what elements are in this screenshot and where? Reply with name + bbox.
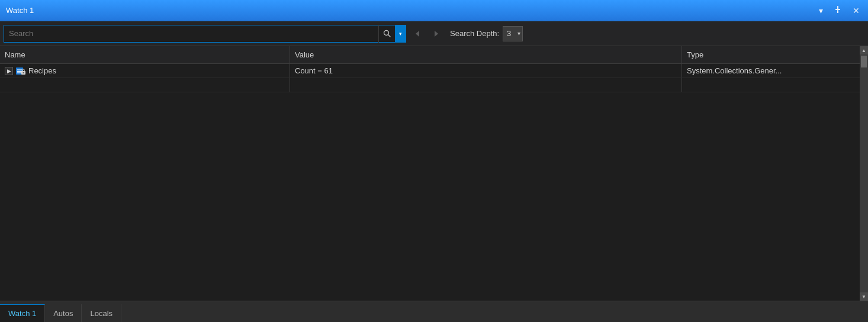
column-header-name: Name xyxy=(0,46,290,63)
row-type-recipes: System.Collections.Gener... xyxy=(682,64,860,78)
empty-name-cell xyxy=(0,78,290,92)
tab-autos-label: Autos xyxy=(53,309,73,318)
search-input[interactable] xyxy=(4,25,378,42)
column-header-type: Type xyxy=(682,46,860,63)
row-name-recipes: ▶ Recipes xyxy=(0,64,290,78)
toolbar: ▾ Search Depth: 1 2 3 4 5 xyxy=(0,21,868,46)
svg-marker-6 xyxy=(435,31,438,37)
tab-locals-label: Locals xyxy=(90,309,112,318)
search-dropdown-button[interactable]: ▾ xyxy=(395,25,406,43)
tab-watch1-label: Watch 1 xyxy=(8,309,36,318)
scrollbar[interactable]: ▲ ▼ xyxy=(860,46,868,301)
table-row[interactable]: ▶ Recipes xyxy=(0,64,860,78)
row-name-label: Recipes xyxy=(28,66,56,75)
empty-input-row[interactable] xyxy=(0,78,860,92)
content-area: Name Value Type ▶ xyxy=(0,46,860,301)
scroll-up-arrow[interactable]: ▲ xyxy=(860,46,868,54)
svg-marker-5 xyxy=(416,31,419,37)
collection-icon xyxy=(15,66,26,76)
scroll-thumb[interactable] xyxy=(861,56,867,67)
pin-button[interactable] xyxy=(831,4,844,17)
svg-rect-13 xyxy=(23,72,24,73)
depth-select[interactable]: 1 2 3 4 5 xyxy=(503,26,523,41)
window-title: Watch 1 xyxy=(6,6,816,15)
row-value-recipes: Count = 61 xyxy=(290,64,682,78)
main-area: Name Value Type ▶ xyxy=(0,46,868,301)
forward-button[interactable] xyxy=(429,26,444,41)
tab-bar: Watch 1 Autos Locals xyxy=(0,301,868,322)
table-header: Name Value Type xyxy=(0,46,860,64)
svg-rect-2 xyxy=(837,10,838,13)
column-header-value: Value xyxy=(290,46,682,63)
svg-rect-12 xyxy=(22,69,24,72)
search-box: ▾ xyxy=(4,25,406,43)
title-bar: Watch 1 ▾ ✕ xyxy=(0,0,868,21)
search-depth-label: Search Depth: xyxy=(450,29,499,38)
search-icon-button[interactable] xyxy=(378,25,395,43)
close-button[interactable]: ✕ xyxy=(850,5,862,17)
empty-type-cell xyxy=(682,78,860,92)
back-button[interactable] xyxy=(410,26,425,41)
table-body: ▶ Recipes xyxy=(0,64,860,301)
expand-icon[interactable]: ▶ xyxy=(5,67,13,75)
svg-rect-1 xyxy=(835,9,840,10)
scroll-down-arrow[interactable]: ▼ xyxy=(860,292,868,301)
tab-locals[interactable]: Locals xyxy=(82,304,121,322)
empty-value-cell xyxy=(290,78,682,92)
title-bar-actions: ▾ ✕ xyxy=(816,4,862,17)
tab-watch1[interactable]: Watch 1 xyxy=(0,304,45,322)
tab-autos[interactable]: Autos xyxy=(45,304,82,322)
depth-select-wrap: 1 2 3 4 5 xyxy=(503,26,523,41)
dropdown-button[interactable]: ▾ xyxy=(816,5,825,17)
svg-line-4 xyxy=(388,35,391,37)
